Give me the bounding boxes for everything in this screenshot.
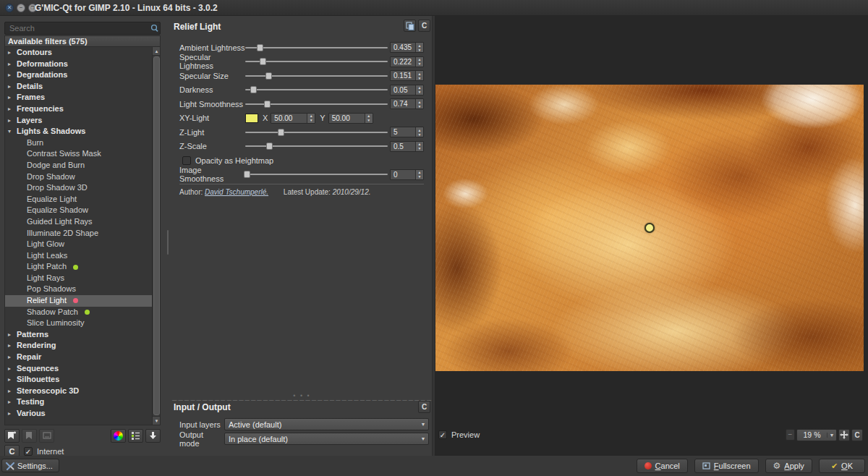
filter-item-light-rays[interactable]: Light Rays: [5, 273, 160, 284]
zoom-level-select[interactable]: 19 % ▼: [796, 429, 837, 441]
spin-arrows-icon[interactable]: ▲▼: [415, 43, 423, 52]
filter-item-patterns[interactable]: ▸Patterns: [5, 329, 160, 341]
filter-item-sequences[interactable]: ▸Sequences: [5, 363, 160, 375]
chevron-right-icon[interactable]: ▸: [8, 396, 17, 408]
filter-item-pop-shadows[interactable]: Pop Shadows: [5, 284, 160, 295]
chevron-right-icon[interactable]: ▸: [8, 352, 17, 363]
filter-item-dodge-and-burn[interactable]: Dodge and Burn: [5, 160, 160, 171]
panel-splitter-left[interactable]: [165, 16, 171, 441]
zoom-out-button[interactable]: −: [786, 429, 795, 441]
apply-button[interactable]: ⚙ Apply: [765, 459, 812, 473]
fullscreen-button[interactable]: Fullscreen: [694, 459, 759, 473]
filter-item-frequencies[interactable]: ▸Frequencies: [5, 103, 160, 115]
spin-arrows-icon[interactable]: ▲▼: [415, 71, 423, 80]
param-slider[interactable]: [245, 72, 388, 80]
output-mode-select[interactable]: In place (default) ▼: [224, 433, 429, 445]
filter-item-guided-light-rays[interactable]: Guided Light Rays: [5, 216, 160, 228]
filter-item-shadow-patch[interactable]: Shadow Patch: [5, 307, 160, 318]
filter-item-lights-shadows[interactable]: ▾Lights & Shadows: [5, 126, 160, 137]
chevron-right-icon[interactable]: ▸: [8, 81, 17, 93]
refresh-preview-button[interactable]: C: [851, 429, 863, 441]
param-spinbox[interactable]: 0.05▲▼: [390, 85, 424, 95]
scroll-up-icon[interactable]: ▲: [153, 47, 161, 56]
slider-handle[interactable]: [257, 44, 263, 51]
filter-item-contours[interactable]: ▸Contours: [5, 47, 160, 59]
param-slider[interactable]: [245, 43, 388, 52]
coord-spinbox[interactable]: 50.00▲▼: [328, 113, 373, 124]
chevron-right-icon[interactable]: ▸: [8, 69, 17, 81]
author-link[interactable]: David Tschumperlé.: [205, 188, 268, 196]
filter-item-illuminate-2d-shape[interactable]: Illuminate 2D Shape: [5, 228, 160, 239]
chevron-right-icon[interactable]: ▸: [8, 329, 17, 341]
filter-item-silhouettes[interactable]: ▸Silhouettes: [5, 374, 160, 386]
scroll-down-icon[interactable]: ▼: [153, 416, 161, 425]
chevron-right-icon[interactable]: ▸: [8, 115, 17, 127]
chevron-down-icon[interactable]: ▾: [8, 126, 17, 137]
add-fave-button[interactable]: [4, 429, 20, 443]
filter-item-stereoscopic-3d[interactable]: ▸Stereoscopic 3D: [5, 386, 160, 397]
spin-arrows-icon[interactable]: ▲▼: [365, 114, 373, 123]
slider-handle[interactable]: [266, 143, 273, 150]
spin-arrows-icon[interactable]: ▲▼: [307, 114, 315, 123]
filter-item-light-patch[interactable]: Light Patch: [5, 261, 160, 273]
chevron-right-icon[interactable]: ▸: [8, 374, 17, 386]
internet-checkbox[interactable]: [24, 447, 33, 456]
ok-button[interactable]: ✔ OK: [819, 459, 865, 473]
param-spinbox[interactable]: 0.435▲▼: [390, 42, 424, 53]
window-close-icon[interactable]: ✕: [5, 4, 14, 12]
filter-item-frames[interactable]: ▸Frames: [5, 92, 160, 103]
param-slider[interactable]: [245, 142, 388, 150]
copy-command-button[interactable]: [404, 20, 416, 32]
chevron-right-icon[interactable]: ▸: [8, 103, 17, 115]
filter-list-scrollbar[interactable]: ▲ ▼: [152, 47, 160, 425]
param-slider[interactable]: [245, 170, 388, 179]
spin-arrows-icon[interactable]: ▲▼: [415, 99, 423, 109]
settings-button[interactable]: Settings...: [1, 459, 59, 472]
chevron-right-icon[interactable]: ▸: [8, 363, 17, 375]
filter-item-details[interactable]: ▸Details: [5, 81, 160, 93]
filter-item-slice-luminosity[interactable]: Slice Luminosity: [5, 318, 160, 329]
filter-item-drop-shadow[interactable]: Drop Shadow: [5, 171, 160, 183]
param-spinbox[interactable]: 0.151▲▼: [390, 70, 424, 81]
spin-arrows-icon[interactable]: ▲▼: [415, 170, 423, 179]
search-input[interactable]: [5, 24, 148, 33]
search-box[interactable]: [4, 22, 161, 35]
filter-item-light-leaks[interactable]: Light Leaks: [5, 250, 160, 262]
coord-spinbox[interactable]: 50.00▲▼: [271, 113, 315, 124]
slider-handle[interactable]: [265, 72, 272, 80]
param-slider[interactable]: [245, 85, 388, 94]
filter-item-degradations[interactable]: ▸Degradations: [5, 69, 160, 81]
chevron-right-icon[interactable]: ▸: [8, 92, 17, 103]
param-spinbox[interactable]: 0.74▲▼: [390, 98, 424, 109]
io-splitter-handle[interactable]: • • •───────────────────────────────────…: [172, 394, 432, 402]
filter-item-relief-light[interactable]: Relief Light: [5, 295, 160, 307]
filter-item-repair[interactable]: ▸Repair: [5, 352, 160, 363]
filter-item-equalize-light[interactable]: Equalize Light: [5, 194, 160, 205]
slider-handle[interactable]: [250, 86, 257, 93]
slider-handle[interactable]: [264, 101, 271, 108]
param-spinbox[interactable]: 5▲▼: [390, 127, 424, 137]
expand-collapse-button[interactable]: [145, 429, 161, 443]
window-minimize-icon[interactable]: −: [17, 4, 25, 12]
chevron-right-icon[interactable]: ▸: [8, 408, 17, 420]
preview-image[interactable]: [435, 85, 864, 371]
param-slider[interactable]: [245, 128, 388, 137]
color-theme-button[interactable]: [111, 429, 126, 443]
spin-arrows-icon[interactable]: ▲▼: [415, 57, 423, 67]
filter-item-layers[interactable]: ▸Layers: [5, 115, 160, 127]
io-reset-button[interactable]: C: [418, 401, 430, 413]
light-color-swatch[interactable]: [245, 114, 258, 123]
filter-item-rendering[interactable]: ▸Rendering: [5, 340, 160, 352]
spin-arrows-icon[interactable]: ▲▼: [415, 85, 423, 95]
filter-item-burn[interactable]: Burn: [5, 137, 160, 149]
slider-handle[interactable]: [260, 58, 266, 65]
param-slider[interactable]: [245, 100, 388, 109]
opacity-heightmap-checkbox[interactable]: [182, 156, 191, 165]
reset-zoom-button[interactable]: [838, 429, 850, 441]
filter-list[interactable]: ▸Contours▸Deformations▸Degradations▸Deta…: [4, 47, 161, 425]
chevron-right-icon[interactable]: ▸: [8, 59, 17, 70]
filter-item-equalize-shadow[interactable]: Equalize Shadow: [5, 205, 160, 216]
param-spinbox[interactable]: 0.5▲▼: [390, 141, 424, 152]
slider-handle[interactable]: [278, 129, 284, 136]
chevron-right-icon[interactable]: ▸: [8, 47, 17, 59]
